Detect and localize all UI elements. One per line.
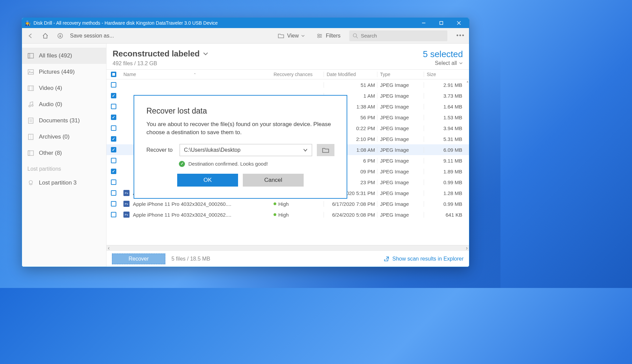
svg-rect-1 <box>440 22 443 25</box>
row-checkbox[interactable] <box>111 158 116 163</box>
sidebar: All files (492) Pictures (449) Video (4)… <box>22 44 107 267</box>
svg-rect-14 <box>28 86 33 91</box>
horizontal-scrollbar[interactable] <box>107 245 469 250</box>
file-type: JPEG Image <box>377 212 424 218</box>
show-in-explorer-link[interactable]: Show scan results in Explorer <box>383 256 464 262</box>
more-button[interactable]: ••• <box>455 32 466 39</box>
file-type: JPEG Image <box>377 147 424 153</box>
maximize-button[interactable] <box>437 18 446 28</box>
table-row[interactable]: PsApple iPhone 11 Pro 4032x3024_000260..… <box>107 198 469 209</box>
select-all-button[interactable]: Select all <box>423 60 463 66</box>
filters-button[interactable]: Filters <box>316 33 341 39</box>
pictures-icon <box>27 69 34 75</box>
file-size: 1.28 MB <box>424 190 464 196</box>
file-type: JPEG Image <box>377 125 424 131</box>
file-name: Apple iPhone 11 Pro 4032x3024_000262.... <box>133 212 231 218</box>
row-checkbox[interactable] <box>111 147 116 152</box>
row-checkbox[interactable] <box>111 179 116 185</box>
table-row[interactable]: 51 AMJPEG Image2.91 MB <box>107 79 469 90</box>
category-dropdown[interactable]: Reconstructed labeled <box>113 49 208 58</box>
file-type: JPEG Image <box>377 190 424 196</box>
sidebar-item-lost-partition[interactable]: Lost partition 3 <box>22 175 106 191</box>
video-icon <box>27 85 34 92</box>
close-button[interactable] <box>454 18 464 28</box>
svg-point-27 <box>29 180 32 184</box>
row-checkbox[interactable] <box>111 82 116 88</box>
browse-button[interactable] <box>317 144 334 156</box>
svg-point-6 <box>320 35 321 37</box>
save-session-button[interactable]: Save session as... <box>70 33 114 39</box>
search-icon <box>353 33 358 39</box>
chevron-down-icon <box>459 61 463 65</box>
column-recovery[interactable]: Recovery chances <box>274 72 324 77</box>
sidebar-item-other[interactable]: Other (8) <box>22 145 106 161</box>
file-type-icon: Ps <box>123 212 130 218</box>
file-type: JPEG Image <box>377 179 424 185</box>
sort-indicator-icon: ⌃ <box>193 73 196 76</box>
search-box[interactable] <box>349 30 447 41</box>
svg-rect-11 <box>28 53 30 58</box>
svg-rect-12 <box>28 70 33 74</box>
file-type: JPEG Image <box>377 115 424 120</box>
file-type: JPEG Image <box>377 136 424 142</box>
svg-point-13 <box>29 71 30 72</box>
row-checkbox[interactable] <box>111 93 116 98</box>
file-name: Apple iPhone 11 Pro 4032x3024_000260.... <box>133 201 231 207</box>
window-controls <box>419 18 466 28</box>
sidebar-item-documents[interactable]: Documents (31) <box>22 113 106 129</box>
table-row[interactable]: PsApple iPhone 11 Pro 4032x3024_000262..… <box>107 209 469 220</box>
ok-button[interactable]: OK <box>177 174 238 187</box>
recovery-dot-icon <box>274 213 276 216</box>
destination-dropdown[interactable]: C:\Users\lukas\Desktop <box>180 144 312 156</box>
file-type: JPEG Image <box>377 82 424 88</box>
recover-dialog: Recover lost data You are about to recov… <box>134 95 347 199</box>
filters-icon <box>316 33 323 39</box>
folder-icon <box>278 33 284 39</box>
cancel-button[interactable]: Cancel <box>243 174 304 187</box>
search-input[interactable] <box>361 33 444 39</box>
minimize-button[interactable] <box>419 18 428 28</box>
column-type[interactable]: Type <box>377 72 424 77</box>
file-type: JPEG Image <box>377 169 424 174</box>
sidebar-item-pictures[interactable]: Pictures (449) <box>22 64 106 80</box>
svg-rect-25 <box>28 151 33 155</box>
back-button[interactable] <box>25 31 36 41</box>
recover-button[interactable]: Recover <box>112 253 165 264</box>
archives-icon <box>27 134 34 140</box>
toolbar: Save session as... View Filters ••• <box>22 28 469 44</box>
svg-line-9 <box>356 37 358 38</box>
row-checkbox[interactable] <box>111 115 116 120</box>
view-dropdown[interactable]: View <box>278 33 305 39</box>
column-size[interactable]: Size <box>424 72 464 77</box>
file-count-summary: 492 files / 13.2 GB <box>113 60 208 67</box>
file-size: 1.53 MB <box>424 115 464 120</box>
file-type-icon: Ps <box>123 190 130 196</box>
sidebar-item-all-files[interactable]: All files (492) <box>22 48 106 64</box>
row-checkbox[interactable] <box>111 201 116 207</box>
file-size: 5.31 MB <box>424 136 464 142</box>
sidebar-item-audio[interactable]: Audio (0) <box>22 96 106 113</box>
documents-icon <box>27 117 34 124</box>
file-size: 1.64 MB <box>424 104 464 110</box>
file-size: 641 KB <box>424 212 464 218</box>
row-checkbox[interactable] <box>111 104 116 109</box>
row-checkbox[interactable] <box>111 169 116 174</box>
save-session-icon[interactable] <box>55 31 65 41</box>
column-date[interactable]: Date Modified <box>324 72 377 77</box>
file-type: JPEG Image <box>377 93 424 99</box>
row-checkbox[interactable] <box>111 212 116 217</box>
row-checkbox[interactable] <box>111 190 116 196</box>
file-size: 3.94 MB <box>424 125 464 131</box>
audio-icon <box>27 101 34 108</box>
column-name[interactable]: Name⌃ <box>121 72 274 77</box>
sidebar-item-archives[interactable]: Archives (0) <box>22 129 106 145</box>
file-size: 0.99 MB <box>424 179 464 185</box>
sidebar-item-video[interactable]: Video (4) <box>22 80 106 96</box>
row-checkbox[interactable] <box>111 125 116 131</box>
svg-rect-10 <box>28 53 33 58</box>
select-all-checkbox[interactable] <box>111 72 116 77</box>
home-button[interactable] <box>40 31 50 41</box>
scroll-up-icon[interactable]: ▴ <box>467 79 468 83</box>
destination-status: ✓ Destination confirmed. Looks good! <box>146 161 334 167</box>
row-checkbox[interactable] <box>111 136 116 142</box>
